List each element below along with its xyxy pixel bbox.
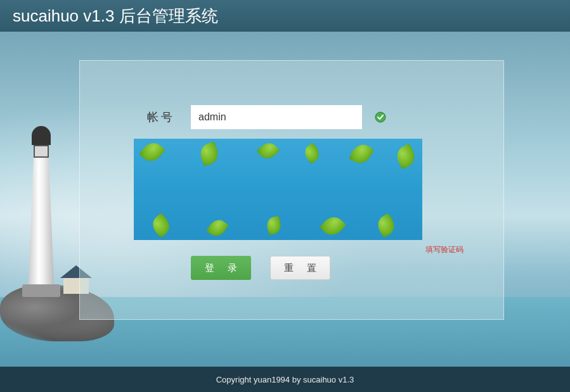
captcha-image[interactable]	[134, 139, 422, 240]
reset-button[interactable]: 重 置	[270, 256, 330, 280]
login-button[interactable]: 登 录	[191, 256, 251, 280]
svg-point-0	[375, 112, 385, 122]
copyright-text: Copyright yuan1994 by sucaihuo v1.3	[216, 375, 354, 384]
app-title: sucaihuo v1.3 后台管理系统	[13, 5, 218, 27]
username-row: 帐号	[80, 105, 503, 129]
background-lighthouse	[22, 126, 60, 297]
login-panel: 帐号 填写验证码 登 录 重 置	[79, 60, 504, 320]
footer-bar: Copyright yuan1994 by sucaihuo v1.3	[0, 367, 570, 392]
username-label: 帐号	[137, 110, 175, 125]
username-input[interactable]	[191, 105, 362, 129]
captcha-error-text: 填写验证码	[425, 244, 463, 255]
check-icon	[375, 111, 386, 123]
header-bar: sucaihuo v1.3 后台管理系统	[0, 0, 570, 32]
button-row: 登 录 重 置	[191, 256, 503, 280]
